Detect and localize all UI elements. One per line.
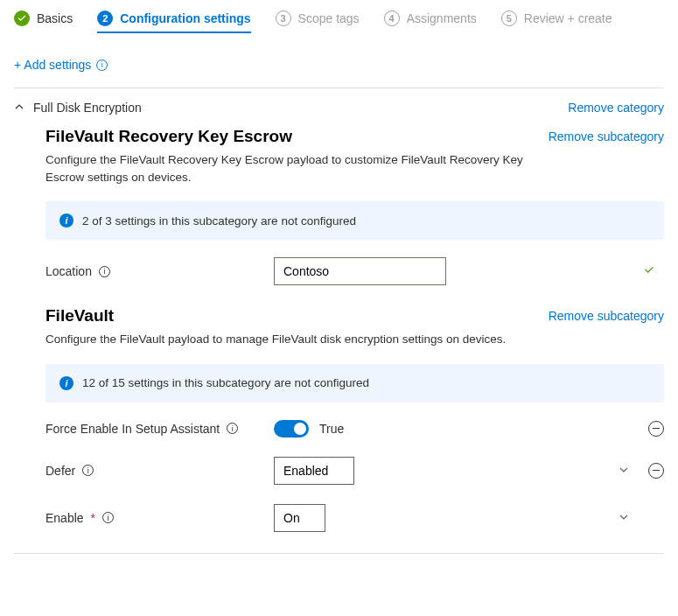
defer-label: Defer xyxy=(45,464,75,478)
enable-label: Enable xyxy=(45,511,84,525)
enable-select[interactable]: On xyxy=(274,504,325,532)
required-asterisk: * xyxy=(91,511,95,525)
divider xyxy=(14,553,664,554)
step-number-icon: 5 xyxy=(501,10,517,26)
banner-text: 2 of 3 settings in this subcategory are … xyxy=(82,214,356,228)
step-label: Basics xyxy=(37,11,73,25)
info-icon[interactable]: i xyxy=(82,465,94,476)
remove-setting-button[interactable] xyxy=(648,421,664,437)
check-icon xyxy=(14,10,30,26)
setting-label: Location i xyxy=(45,264,260,278)
force-enable-toggle[interactable] xyxy=(274,420,309,438)
step-configuration-settings[interactable]: 2 Configuration settings xyxy=(97,10,250,33)
step-number-icon: 2 xyxy=(97,10,113,26)
remove-subcategory-link[interactable]: Remove subcategory xyxy=(549,130,664,144)
setting-row-force-enable: Force Enable In Setup Assistant i True xyxy=(45,420,664,438)
location-input[interactable] xyxy=(274,257,446,285)
step-basics[interactable]: Basics xyxy=(14,10,73,33)
info-banner: i 12 of 15 settings in this subcategory … xyxy=(45,364,664,402)
step-label: Assignments xyxy=(407,11,477,25)
info-icon[interactable]: i xyxy=(227,423,238,434)
remove-subcategory-link[interactable]: Remove subcategory xyxy=(549,309,664,323)
step-number-icon: 4 xyxy=(384,10,400,26)
defer-select[interactable]: Enabled xyxy=(274,457,354,485)
step-scope-tags[interactable]: 3 Scope tags xyxy=(276,10,360,33)
chevron-up-icon xyxy=(14,102,24,115)
info-icon: i xyxy=(59,376,73,390)
setting-label: Defer i xyxy=(45,464,260,478)
category-header: Full Disk Encryption Remove category xyxy=(14,101,664,115)
remove-setting-button[interactable] xyxy=(648,463,664,479)
step-number-icon: 3 xyxy=(276,10,291,26)
setting-row-defer: Defer i Enabled xyxy=(45,457,664,485)
add-settings-link[interactable]: + Add settings i xyxy=(14,58,108,72)
add-settings-label: + Add settings xyxy=(14,58,91,72)
step-label: Review + create xyxy=(524,11,612,25)
wizard-stepper: Basics 2 Configuration settings 3 Scope … xyxy=(14,10,664,33)
chevron-down-icon xyxy=(619,512,629,524)
force-enable-label: Force Enable In Setup Assistant xyxy=(45,422,220,436)
subcategory-description: Configure the FileVault payload to manag… xyxy=(45,331,535,348)
info-icon[interactable]: i xyxy=(99,266,110,277)
subcategory-header: FileVault Remove subcategory xyxy=(45,306,664,326)
chevron-down-icon xyxy=(619,465,629,477)
subcategory-filevault-recovery-key-escrow: FileVault Recovery Key Escrow Remove sub… xyxy=(14,127,664,285)
setting-label: Force Enable In Setup Assistant i xyxy=(45,422,260,436)
category-toggle[interactable]: Full Disk Encryption xyxy=(14,101,142,115)
step-label: Scope tags xyxy=(298,11,360,25)
divider xyxy=(14,88,664,88)
info-icon: i xyxy=(59,214,73,228)
subcategory-filevault: FileVault Remove subcategory Configure t… xyxy=(14,306,664,532)
step-review-create[interactable]: 5 Review + create xyxy=(501,10,612,33)
banner-text: 12 of 15 settings in this subcategory ar… xyxy=(82,376,369,389)
info-icon[interactable]: i xyxy=(102,512,114,523)
category-title: Full Disk Encryption xyxy=(33,101,142,115)
subcategory-description: Configure the FileVault Recovery Key Esc… xyxy=(45,151,535,186)
info-banner: i 2 of 3 settings in this subcategory ar… xyxy=(45,201,664,240)
subcategory-title: FileVault xyxy=(45,306,114,326)
setting-row-enable: Enable * i On xyxy=(45,504,664,532)
location-label: Location xyxy=(45,264,92,278)
setting-label: Enable * i xyxy=(45,511,260,525)
step-label: Configuration settings xyxy=(120,11,250,25)
toggle-value-text: True xyxy=(319,422,344,436)
remove-category-link[interactable]: Remove category xyxy=(568,101,664,115)
toggle-knob xyxy=(294,423,306,435)
setting-row-location: Location i xyxy=(45,257,664,285)
step-assignments[interactable]: 4 Assignments xyxy=(384,10,477,33)
subcategory-header: FileVault Recovery Key Escrow Remove sub… xyxy=(45,127,664,146)
info-icon: i xyxy=(96,60,108,71)
subcategory-title: FileVault Recovery Key Escrow xyxy=(45,127,292,146)
checkmark-icon xyxy=(643,263,655,279)
